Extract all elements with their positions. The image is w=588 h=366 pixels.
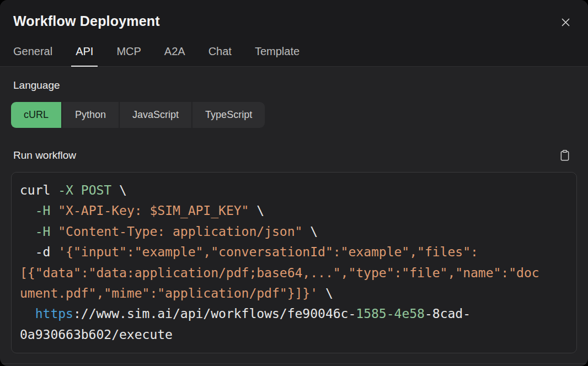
language-selector: cURL Python JavaScript TypeScript bbox=[11, 102, 265, 128]
language-option-curl[interactable]: cURL bbox=[11, 102, 61, 128]
tab-a2a[interactable]: A2A bbox=[160, 45, 190, 66]
language-label: Language bbox=[13, 79, 575, 92]
workflow-deployment-modal: Workflow Deployment General API MCP A2A … bbox=[0, 0, 588, 366]
code-content: curl -X POST \ -H "X-API-Key: $SIM_API_K… bbox=[20, 180, 568, 345]
tab-general[interactable]: General bbox=[9, 45, 57, 66]
tab-bar: General API MCP A2A Chat Template bbox=[9, 45, 575, 66]
tab-mcp[interactable]: MCP bbox=[112, 45, 145, 66]
tab-api[interactable]: API bbox=[71, 45, 98, 66]
clipboard-icon bbox=[559, 149, 570, 162]
language-option-typescript[interactable]: TypeScript bbox=[193, 102, 265, 128]
copy-button[interactable] bbox=[558, 148, 571, 163]
code-block: curl -X POST \ -H "X-API-Key: $SIM_API_K… bbox=[11, 172, 577, 353]
run-workflow-row: Run workflow bbox=[11, 148, 577, 163]
close-button[interactable] bbox=[558, 14, 574, 30]
close-icon bbox=[560, 17, 571, 28]
modal-footer-divider bbox=[0, 363, 588, 366]
tab-chat[interactable]: Chat bbox=[204, 45, 236, 66]
language-option-python[interactable]: Python bbox=[62, 102, 119, 128]
modal-body: Language cURL Python JavaScript TypeScri… bbox=[0, 79, 588, 353]
tab-template[interactable]: Template bbox=[250, 45, 304, 66]
modal-header: Workflow Deployment General API MCP A2A … bbox=[0, 0, 588, 67]
language-option-javascript[interactable]: JavaScript bbox=[120, 102, 191, 128]
run-workflow-label: Run workflow bbox=[13, 149, 76, 162]
modal-title: Workflow Deployment bbox=[13, 13, 160, 29]
